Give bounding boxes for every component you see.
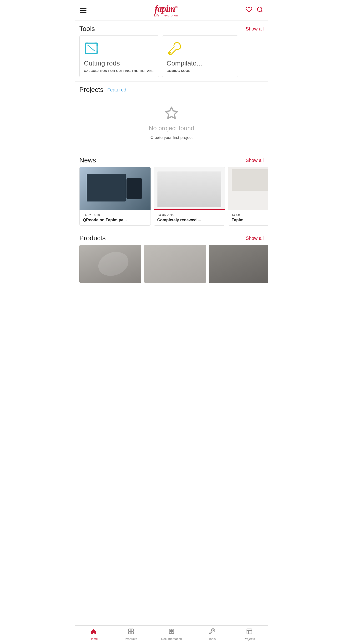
news-section: News Show all 14-06-2019 QRcode on Fapim… [75,152,268,230]
tools-section: Tools Show all [75,21,268,82]
tool-desc-cutting-rods: CALCULATION FOR CUTTING THE TILT-AN... [84,69,154,73]
svg-line-1 [261,11,262,12]
products-title: Products [79,234,106,242]
wrench-icon [166,41,234,56]
app-logo: fapim® Life in evolution [154,3,178,17]
projects-empty-state: No project found Create your first proje… [75,96,268,152]
news-card-body-2: 14-06- Fapim [228,210,268,225]
no-project-subtitle: Create your first project [150,135,193,140]
projects-title: Projects [79,86,104,94]
projects-featured-tab[interactable]: Featured [107,87,126,93]
svg-line-11 [88,45,95,51]
header-actions [246,6,263,14]
tools-section-header: Tools Show all [75,21,268,36]
news-headline-2: Fapim [232,218,268,222]
news-title: News [79,156,96,164]
tools-show-all[interactable]: Show all [246,26,264,32]
products-show-all[interactable]: Show all [246,236,264,241]
news-card-1[interactable]: 14-06-2019 Completely renewed ... [154,167,225,226]
projects-section-header: Projects Featured [75,82,268,96]
news-section-header: News Show all [75,152,268,167]
svg-marker-13 [166,107,178,118]
logo-subtitle: Life in evolution [154,14,178,17]
news-card-image-1 [154,167,225,210]
news-card-0[interactable]: 14-06-2019 QRcode on Fapim pa... [79,167,151,226]
app-header: fapim® Life in evolution [75,0,268,21]
tool-desc-compilator: COMING SOON [166,69,234,73]
star-icon [164,106,179,121]
tools-list: Cutting rods CALCULATION FOR CUTTING THE… [75,36,268,82]
news-card-2[interactable]: 14-06- Fapim [228,167,268,226]
news-date-2: 14-06- [232,213,268,217]
news-headline-1: Completely renewed ... [157,218,222,222]
crop-icon [84,41,154,56]
news-headline-0: QRcode on Fapim pa... [83,218,147,222]
menu-icon[interactable] [80,8,86,12]
tool-name-compilator: Compilato... [166,60,234,67]
news-date-0: 14-06-2019 [83,213,147,217]
tool-name-cutting-rods: Cutting rods [84,60,154,67]
product-card-0[interactable] [79,245,141,283]
news-list: 14-06-2019 QRcode on Fapim pa... 14-06-2… [75,167,268,230]
news-card-image-2 [228,167,268,210]
logo-registered: ® [175,6,177,9]
products-section-header: Products Show all [75,230,268,245]
search-icon[interactable] [256,6,263,14]
tools-title: Tools [79,25,95,33]
product-card-2[interactable] [209,245,268,283]
news-card-body-0: 14-06-2019 QRcode on Fapim pa... [80,210,150,225]
favorites-icon[interactable] [246,6,252,14]
product-card-1[interactable] [144,245,206,283]
tool-card-compilator[interactable]: Compilato... COMING SOON [162,36,238,77]
news-card-image-0 [80,167,150,210]
no-project-title: No project found [149,124,194,132]
tool-card-cutting-rods[interactable]: Cutting rods CALCULATION FOR CUTTING THE… [79,36,159,77]
projects-section: Projects Featured No project found Creat… [75,82,268,152]
products-list [75,245,268,287]
products-section: Products Show all [75,230,268,287]
news-card-body-1: 14-06-2019 Completely renewed ... [154,210,225,225]
logo-text: fapim® [154,3,178,14]
news-show-all[interactable]: Show all [246,158,264,163]
news-date-1: 14-06-2019 [157,213,222,217]
svg-point-12 [169,52,171,54]
